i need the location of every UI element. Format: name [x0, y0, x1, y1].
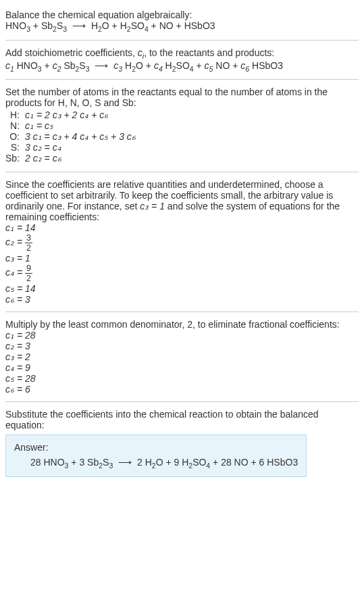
coeff-var: ci — [138, 47, 144, 58]
sp: HNO — [14, 60, 38, 71]
species: Sb — [41, 20, 53, 31]
equation: c₁ = 2 c₃ + 2 c₄ + c₆ — [25, 109, 136, 120]
c: c — [5, 60, 10, 71]
coeff-line: c₃ = 2 — [5, 351, 359, 362]
eq: c₄ = 9 — [5, 362, 30, 373]
answer-box: Answer: 28 HNO3 + 3 Sb2S3 ⟶ 2 H2O + 9 H2… — [5, 434, 307, 477]
sp: Sb — [61, 60, 76, 71]
coeff-line: c₂ = 3 — [5, 341, 359, 351]
sp: S — [79, 60, 85, 71]
eq: c₃ = 1 — [5, 253, 30, 264]
sp: O + 9 H — [156, 457, 189, 468]
sp: NO — [213, 60, 230, 71]
step2-section: Set the number of atoms in the reactants… — [5, 82, 359, 169]
coeff-line: c₆ = 3 — [5, 294, 359, 305]
step1-equation: c1 HNO3 + c2 Sb2S3 ⟶ c3 H2O + c4 H2SO4 +… — [5, 60, 359, 73]
eq-row: N:c₁ = c₅ — [5, 120, 136, 131]
eq: c₂ = 3 — [5, 341, 30, 351]
step1-section: Add stoichiometric coefficients, ci, to … — [5, 43, 359, 77]
coeff-line: c₂ = 32 — [5, 233, 359, 253]
equation: 2 c₂ = c₆ — [25, 153, 136, 164]
species: HNO — [5, 20, 26, 31]
eq-text: 3 c₁ = c₃ + 4 c₄ + c₅ + 3 c₆ — [25, 131, 136, 142]
step3-section: Since the coefficients are relative quan… — [5, 175, 359, 309]
plus: + — [30, 20, 41, 31]
plus: + — [143, 60, 154, 71]
var: c₃ = 1 — [140, 201, 165, 212]
answer-label: Answer: — [14, 442, 298, 453]
fraction: 92 — [25, 264, 32, 283]
coeff-line: c₅ = 14 — [5, 283, 359, 294]
eq-text: c₁ = c₅ — [25, 120, 53, 131]
species: S — [57, 20, 63, 31]
step2-intro: Set the number of atoms in the reactants… — [5, 86, 359, 108]
spsub: 3 — [86, 64, 90, 72]
element-label: N: — [5, 120, 25, 131]
element-label: Sb: — [5, 153, 25, 164]
divider — [5, 40, 359, 41]
text: , to the reactants and products: — [144, 47, 274, 58]
species: H — [91, 20, 98, 31]
sp: SO — [192, 457, 206, 468]
sp: + 3 Sb — [68, 457, 99, 468]
eq: c₆ = 3 — [5, 294, 30, 305]
eq-row: O:3 c₁ = c₃ + 4 c₄ + c₅ + 3 c₆ — [5, 131, 136, 142]
intro-equation: HNO3 + Sb2S3 ⟶ H2O + H2SO4 + NO + HSbO3 — [5, 20, 359, 33]
fraction: 32 — [25, 233, 32, 253]
eq-text: 2 c₂ = c₆ — [25, 153, 61, 164]
intro-section: Balance the chemical equation algebraica… — [5, 5, 359, 37]
element-label: O: — [5, 131, 25, 142]
sp: O — [136, 60, 143, 71]
step3-intro: Since the coefficients are relative quan… — [5, 179, 359, 222]
sp: H — [163, 60, 172, 71]
c: c — [53, 60, 57, 71]
eq-text: c₁ = 2 c₃ + 2 c₄ + c₆ — [25, 109, 108, 120]
step1-text: Add stoichiometric coefficients, ci, to … — [5, 47, 359, 60]
c: c — [154, 60, 159, 71]
step4-section: Multiply by the least common denominator… — [5, 315, 359, 399]
coeff-line: c₆ = 6 — [5, 384, 359, 395]
species: SO — [131, 20, 145, 31]
plus: + — [42, 60, 53, 71]
coeff-line: c₁ = 14 — [5, 222, 359, 233]
denominator: 2 — [25, 274, 32, 283]
c: c — [205, 60, 209, 71]
denominator: 2 — [25, 243, 32, 253]
element-label: S: — [5, 142, 25, 153]
coeff-line: c₄ = 92 — [5, 264, 359, 283]
eq: c₃ = 2 — [5, 351, 30, 362]
eq: c₁ = 28 — [5, 330, 36, 341]
divider — [5, 79, 359, 80]
eq: c₁ = 14 — [5, 222, 36, 233]
sp: HSbO3 — [249, 60, 283, 71]
eq: c₅ = 28 — [5, 373, 36, 384]
arrow: ⟶ — [113, 457, 137, 468]
step4-intro: Multiply by the least common denominator… — [5, 319, 359, 330]
divider — [5, 312, 359, 312]
coeff-line: c₅ = 28 — [5, 373, 359, 384]
lhs: c₂ = — [5, 237, 25, 248]
coeff-line: c₁ = 28 — [5, 330, 359, 341]
coeff-line: c₃ = 1 — [5, 253, 359, 264]
eq: c₅ = 14 — [5, 283, 36, 294]
coeff-line: c₄ = 9 — [5, 362, 359, 373]
numerator: 3 — [25, 233, 32, 243]
plus: + — [194, 60, 205, 71]
intro-text: Balance the chemical equation algebraica… — [5, 9, 359, 20]
lhs: c₄ = — [5, 268, 25, 278]
eq: c₆ = 6 — [5, 384, 30, 395]
equation: 3 c₁ = c₃ + 4 c₄ + c₅ + 3 c₆ — [25, 131, 136, 142]
text: Add stoichiometric coefficients, — [5, 47, 138, 58]
eq-text: 3 c₂ = c₄ — [25, 142, 61, 153]
var: c — [138, 47, 142, 58]
divider — [5, 401, 359, 402]
numerator: 9 — [25, 264, 32, 274]
equation: c₁ = c₅ — [25, 120, 136, 131]
sp: 28 HNO — [30, 457, 65, 468]
sp: S — [103, 457, 109, 468]
step5-section: Substitute the coefficients into the che… — [5, 405, 359, 481]
species: + NO + HSbO3 — [149, 20, 215, 31]
equation: 3 c₂ = c₄ — [25, 142, 136, 153]
sp: H — [122, 60, 132, 71]
answer-equation: 28 HNO3 + 3 Sb2S3 ⟶ 2 H2O + 9 H2SO4 + 28… — [14, 457, 298, 470]
